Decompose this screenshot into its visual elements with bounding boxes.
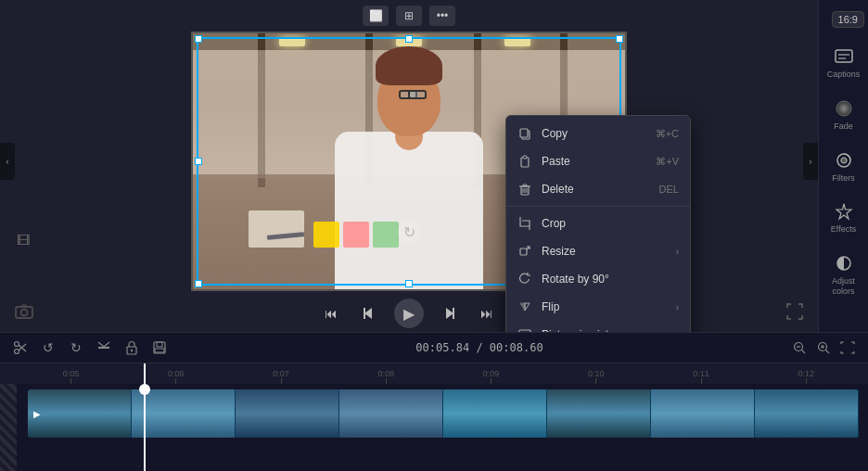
center-content: ⬜ ⊞ ••• ‹ [0,0,818,332]
step-back-button[interactable] [357,302,379,325]
more-toolbar-icon[interactable]: ••• [429,6,455,26]
ruler-mark-0:07: 0:07 [229,369,334,384]
delete-label: Delete [542,183,650,196]
svg-rect-25 [453,308,454,319]
flip-arrow: › [676,302,679,312]
svg-rect-23 [364,308,365,319]
svg-marker-22 [364,308,372,319]
timeline-lock-icon[interactable] [122,338,141,357]
timeline-area: ↺ ↻ [0,332,868,471]
fade-label: Fade [834,121,853,132]
track-thumb-6 [547,389,651,438]
svg-marker-13 [525,303,530,311]
paste-label: Paste [542,155,646,168]
menu-item-pip[interactable]: Picture in picture › [506,321,690,332]
video-top-bar: ⬜ ⊞ ••• [0,0,818,32]
timeline-redo-icon[interactable]: ↻ [67,338,85,357]
effects-icon [834,201,854,222]
ruler-mark-0:12: 0:12 [754,369,859,384]
svg-rect-1 [520,129,528,137]
svg-point-31 [841,158,847,163]
cam-bottom-icon[interactable] [15,304,33,323]
crop-label: Crop [542,217,679,230]
pip-icon [517,327,532,332]
context-menu: Copy ⌘+C Paste ⌘+V [505,115,691,332]
zoom-out-button[interactable] [790,338,809,357]
sidebar-item-fade[interactable]: Fade [819,91,868,139]
skip-back-button[interactable]: ⏮ [320,302,342,325]
flip-label: Flip [542,300,667,313]
menu-item-resize[interactable]: Resize › [506,237,690,265]
play-button[interactable]: ▶ [394,299,424,328]
fade-icon [834,98,854,119]
sidebar-item-effects[interactable]: Effects [819,194,868,242]
zoom-controls [790,338,857,357]
copy-label: Copy [542,127,646,140]
resize-arrow: › [676,247,679,257]
track-play-icon: ▶ [33,409,41,419]
pip-label: Picture in picture [542,328,667,332]
timeline-cut-icon[interactable] [95,338,113,357]
copy-icon [517,126,532,141]
svg-rect-40 [154,342,165,353]
ruler-mark-0:09: 0:09 [439,369,543,384]
captions-icon [834,46,854,67]
effects-label: Effects [831,224,856,235]
svg-point-39 [131,350,133,351]
menu-item-rotate[interactable]: Rotate by 90° [506,265,690,293]
expand-left-button[interactable]: ‹ [0,143,15,180]
svg-point-21 [21,310,28,316]
menu-item-crop[interactable]: Crop [506,210,690,237]
ruler-mark-0:05: 0:05 [19,369,123,384]
timeline-toolbar: ↺ ↻ [0,333,868,363]
filters-icon [834,150,854,171]
svg-rect-42 [155,349,164,352]
menu-item-paste[interactable]: Paste ⌘+V [506,147,690,175]
fit-zoom-button[interactable] [838,338,857,357]
svg-marker-12 [520,303,525,311]
track-thumb-5 [443,389,547,438]
expand-right-button[interactable]: › [803,143,818,180]
crop-toolbar-icon[interactable]: ⬜ [363,6,389,26]
timeline-undo-icon[interactable]: ↺ [39,338,57,357]
rotate-label: Rotate by 90° [542,273,679,286]
ruler-mark-0:06: 0:06 [123,369,228,384]
video-canvas-area: ‹ [0,32,818,291]
right-sidebar: 16:9 Captions [818,0,868,332]
fit-toolbar-icon[interactable]: ⊞ [396,6,422,26]
menu-item-flip[interactable]: Flip › [506,293,690,321]
svg-line-44 [801,350,805,353]
flip-icon [517,299,532,314]
step-forward-button[interactable] [439,302,461,325]
timeline-save-icon[interactable] [150,338,169,357]
copy-shortcut: ⌘+C [656,128,679,140]
rotate-button[interactable]: ↻ [398,221,420,243]
svg-rect-26 [836,50,852,62]
track-thumb-3 [236,389,339,438]
delete-icon [517,182,532,197]
sidebar-item-filters[interactable]: Filters [819,143,868,191]
main-area: ⬜ ⊞ ••• ‹ [0,0,868,332]
svg-point-29 [836,101,851,116]
aspect-ratio-badge[interactable]: 16:9 [832,11,864,28]
crop-icon [517,216,532,231]
zoom-in-button[interactable] [814,338,833,357]
menu-item-delete[interactable]: Delete DEL [506,175,690,203]
svg-rect-9 [523,185,527,186]
sidebar-item-adjust-colors[interactable]: Adjust colors [819,246,868,304]
video-track[interactable]: ▶ [28,389,859,438]
adjust-colors-icon [834,253,854,274]
timeline-scissors-icon[interactable] [11,338,30,357]
sidebar-item-captions[interactable]: Captions [819,39,868,87]
track-thumb-8 [755,389,859,438]
svg-point-33 [15,350,19,354]
menu-item-copy[interactable]: Copy ⌘+C [506,120,690,147]
fullscreen-button[interactable] [786,303,803,324]
svg-rect-14 [519,330,530,332]
resize-label: Resize [542,245,667,258]
ruler-mark-0:08: 0:08 [334,369,439,384]
camera-icon-button[interactable]: 🎞 [11,231,35,249]
svg-line-36 [19,345,26,351]
skip-forward-button[interactable]: ⏭ [476,302,498,325]
resize-icon [517,244,532,259]
